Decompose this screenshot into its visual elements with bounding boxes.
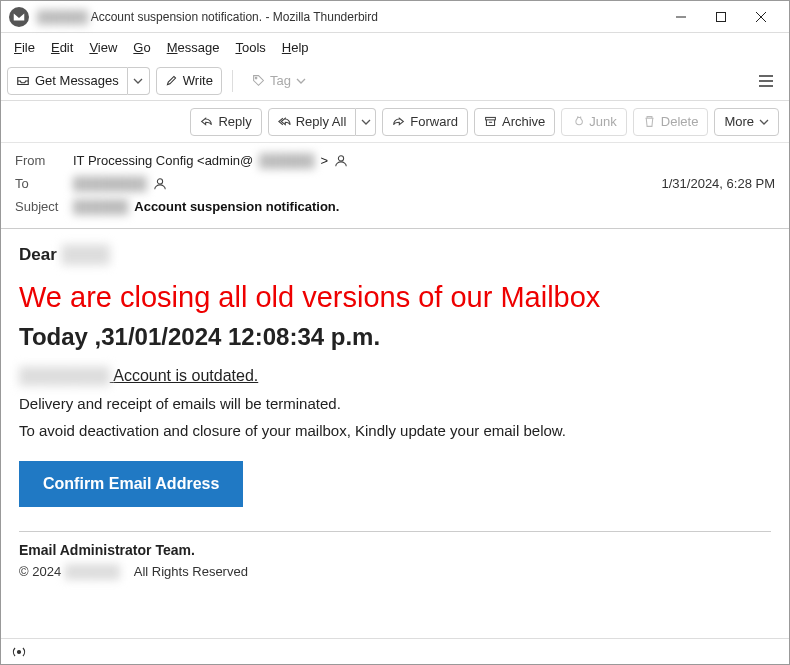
window-title-redacted: ██████ bbox=[37, 10, 88, 24]
header-to-row: To ████████ 1/31/2024, 6:28 PM bbox=[15, 172, 775, 195]
contact-icon[interactable] bbox=[153, 177, 167, 191]
delete-button[interactable]: Delete bbox=[633, 108, 709, 136]
chevron-down-icon bbox=[759, 117, 769, 127]
reply-label: Reply bbox=[218, 114, 251, 129]
get-messages-group: Get Messages bbox=[7, 67, 150, 95]
toolbar: Get Messages Write Tag bbox=[1, 61, 789, 101]
header-subject-row: Subject ██████ Account suspension notifi… bbox=[15, 195, 775, 218]
archive-label: Archive bbox=[502, 114, 545, 129]
app-menu-button[interactable] bbox=[749, 67, 783, 95]
reply-all-label: Reply All bbox=[296, 114, 347, 129]
to-label: To bbox=[15, 176, 73, 191]
window-title-text: Account suspension notification. - Mozil… bbox=[91, 10, 378, 24]
reply-button[interactable]: Reply bbox=[190, 108, 261, 136]
headline-text: We are closing all old versions of our M… bbox=[19, 279, 771, 317]
status-bar bbox=[1, 638, 789, 664]
inbox-icon bbox=[16, 74, 30, 88]
body-paragraph-1: Delivery and receipt of emails will be t… bbox=[19, 395, 771, 412]
header-from-row: From IT Processing Config <admin@██████> bbox=[15, 149, 775, 172]
message-headers: From IT Processing Config <admin@██████>… bbox=[1, 143, 789, 229]
svg-point-11 bbox=[18, 650, 21, 653]
from-value: IT Processing Config <admin@██████> bbox=[73, 153, 775, 168]
subject-label: Subject bbox=[15, 199, 73, 214]
tag-button[interactable]: Tag bbox=[243, 67, 315, 95]
contact-icon[interactable] bbox=[334, 154, 348, 168]
from-label: From bbox=[15, 153, 73, 168]
junk-button[interactable]: Junk bbox=[561, 108, 626, 136]
get-messages-dropdown[interactable] bbox=[128, 67, 150, 95]
svg-point-9 bbox=[338, 155, 343, 160]
close-button[interactable] bbox=[741, 2, 781, 32]
menu-tools[interactable]: Tools bbox=[228, 37, 272, 58]
reply-all-group: Reply All bbox=[268, 108, 377, 136]
subject-value: ██████ Account suspension notification. bbox=[73, 199, 775, 214]
svg-rect-8 bbox=[486, 117, 496, 119]
confirm-email-button[interactable]: Confirm Email Address bbox=[19, 461, 243, 507]
body-paragraph-2: To avoid deactivation and closure of you… bbox=[19, 422, 771, 439]
reply-all-button[interactable]: Reply All bbox=[268, 108, 357, 136]
copyright: © 2024 ██████ All Rights Reserved bbox=[19, 564, 771, 579]
minimize-button[interactable] bbox=[661, 2, 701, 32]
message-date: 1/31/2024, 6:28 PM bbox=[662, 176, 775, 191]
get-messages-button[interactable]: Get Messages bbox=[7, 67, 128, 95]
divider bbox=[19, 531, 771, 532]
archive-icon bbox=[484, 115, 497, 128]
titlebar: ██████ Account suspension notification. … bbox=[1, 1, 789, 33]
toolbar-separator bbox=[232, 70, 233, 92]
tag-icon bbox=[252, 74, 265, 87]
delete-label: Delete bbox=[661, 114, 699, 129]
menu-help[interactable]: Help bbox=[275, 37, 316, 58]
maximize-button[interactable] bbox=[701, 2, 741, 32]
signature: Email Administrator Team. bbox=[19, 542, 771, 558]
pencil-icon bbox=[165, 74, 178, 87]
forward-icon bbox=[392, 115, 405, 128]
write-label: Write bbox=[183, 73, 213, 88]
dateline-text: Today ,31/01/2024 12:08:34 p.m. bbox=[19, 323, 771, 351]
svg-point-4 bbox=[255, 77, 257, 79]
write-button[interactable]: Write bbox=[156, 67, 222, 95]
broadcast-icon[interactable] bbox=[11, 645, 27, 659]
greeting: Dear ████ bbox=[19, 245, 771, 265]
reply-all-dropdown[interactable] bbox=[356, 108, 376, 136]
archive-button[interactable]: Archive bbox=[474, 108, 555, 136]
menu-go[interactable]: Go bbox=[126, 37, 157, 58]
svg-rect-1 bbox=[717, 12, 726, 21]
tag-label: Tag bbox=[270, 73, 291, 88]
chevron-down-icon bbox=[296, 76, 306, 86]
hamburger-icon bbox=[758, 74, 774, 88]
message-body: Dear ████ We are closing all old version… bbox=[1, 229, 789, 638]
app-window: ██████ Account suspension notification. … bbox=[0, 0, 790, 665]
menu-message[interactable]: Message bbox=[160, 37, 227, 58]
reply-all-icon bbox=[278, 115, 291, 128]
subject-text: Account suspension notification. bbox=[134, 199, 339, 214]
trash-icon bbox=[643, 115, 656, 128]
get-messages-label: Get Messages bbox=[35, 73, 119, 88]
forward-button[interactable]: Forward bbox=[382, 108, 468, 136]
message-action-bar: Reply Reply All Forward Archive Junk Del… bbox=[1, 101, 789, 143]
thunderbird-icon bbox=[9, 7, 29, 27]
menu-view[interactable]: View bbox=[82, 37, 124, 58]
svg-point-10 bbox=[157, 178, 162, 183]
forward-label: Forward bbox=[410, 114, 458, 129]
window-title: ██████ Account suspension notification. … bbox=[37, 10, 661, 24]
reply-icon bbox=[200, 115, 213, 128]
menu-bar: File Edit View Go Message Tools Help bbox=[1, 33, 789, 61]
more-button[interactable]: More bbox=[714, 108, 779, 136]
junk-label: Junk bbox=[589, 114, 616, 129]
to-value: ████████ bbox=[73, 176, 662, 191]
outdated-line: ████████ Account is outdated. bbox=[19, 367, 771, 385]
menu-edit[interactable]: Edit bbox=[44, 37, 80, 58]
more-label: More bbox=[724, 114, 754, 129]
menu-file[interactable]: File bbox=[7, 37, 42, 58]
fire-icon bbox=[571, 115, 584, 128]
